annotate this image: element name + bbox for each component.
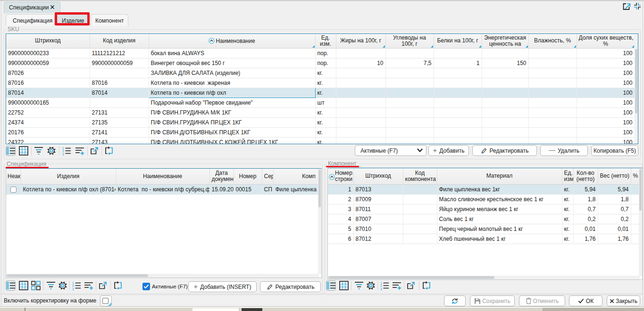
svg-text:3: 3 (380, 287, 382, 291)
svg-text:3: 3 (72, 287, 74, 291)
svg-text:3: 3 (62, 153, 64, 156)
